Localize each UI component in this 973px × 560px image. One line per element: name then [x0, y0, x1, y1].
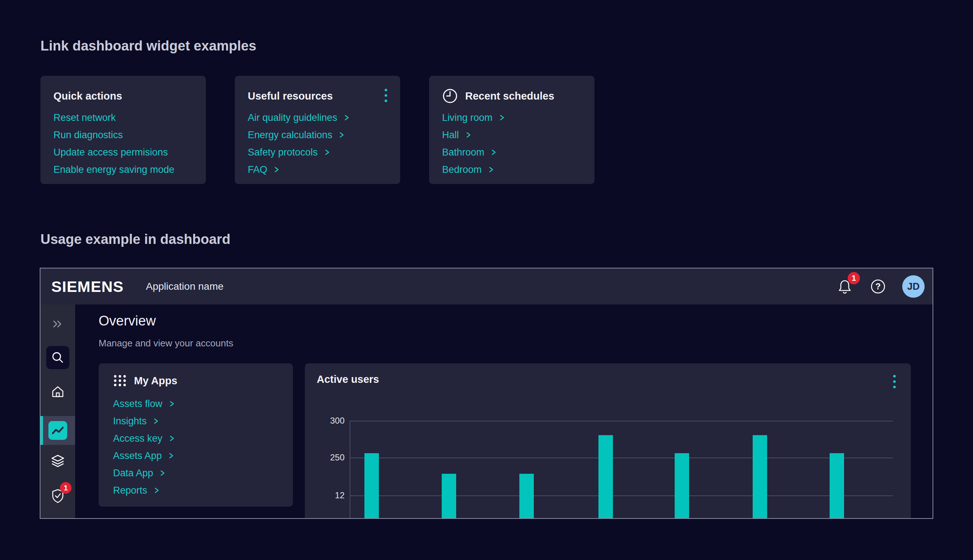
link-chevron-icon [274, 166, 279, 173]
kebab-menu-icon[interactable] [385, 89, 387, 102]
chart-gridline [350, 458, 893, 458]
chart-title: Active users [317, 373, 379, 385]
link-item[interactable]: Hall [442, 126, 582, 143]
y-tick-label: 300 [330, 416, 344, 426]
link-label: Enable energy saving mode [53, 164, 174, 175]
page-heading-widget-examples: Link dashboard widget examples [40, 38, 256, 54]
y-tick-label: 250 [330, 452, 344, 463]
link-item[interactable]: Data App [113, 464, 278, 482]
sidebar-expand-button[interactable] [40, 315, 75, 333]
content-area: Overview Manage and view your accounts M… [75, 305, 933, 518]
link-item[interactable]: Air quality guidelines [248, 109, 387, 126]
overview-title: Overview [99, 313, 155, 329]
link-item[interactable]: Update access permisions [53, 143, 193, 161]
widget-header: My Apps [113, 373, 278, 388]
help-icon: ? [869, 277, 887, 295]
widget-quick-actions: Quick actions Reset networkRun diagnosti… [40, 76, 206, 184]
trend-chart-icon [48, 421, 67, 440]
link-label: Reports [113, 485, 147, 496]
chart-gridline [350, 421, 893, 422]
link-chevron-icon [153, 417, 159, 425]
chart-plot: 30025012 [349, 421, 893, 519]
link-item[interactable]: Energy calculations [248, 126, 387, 143]
link-label: Data App [113, 468, 153, 479]
page-heading-usage-example: Usage example in dashboard [40, 232, 231, 247]
chart-bar [675, 453, 689, 519]
link-item[interactable]: Living room [442, 109, 582, 126]
link-label: Safety protocols [248, 147, 318, 158]
security-badge: 1 [60, 482, 72, 493]
app-header: SIEMENS Application name 1 [40, 268, 933, 305]
link-label: Run diagnostics [53, 130, 123, 141]
home-icon [49, 383, 67, 400]
link-item[interactable]: Assets flow [113, 395, 278, 412]
link-label: Update access permisions [53, 147, 168, 158]
link-item[interactable]: Reports [113, 482, 278, 499]
link-chevron-icon [488, 166, 494, 173]
link-chevron-icon [491, 148, 497, 156]
widget-header: Quick actions [53, 88, 193, 104]
sidebar-item-analytics[interactable] [40, 416, 75, 445]
widget-title: Recent schedules [465, 90, 554, 102]
link-chevron-icon [169, 435, 175, 442]
search-icon [50, 350, 65, 365]
notification-badge: 1 [848, 272, 860, 284]
widget-examples-row: Quick actions Reset networkRun diagnosti… [40, 76, 595, 184]
link-label: Insights [113, 416, 147, 427]
link-item[interactable]: Bedroom [442, 161, 582, 178]
widget-title: Useful resources [248, 90, 333, 102]
link-label: Access key [113, 433, 162, 444]
chart-bar [519, 474, 534, 519]
link-label: Hall [442, 130, 459, 141]
link-label: Living room [442, 112, 493, 123]
y-tick-label: 12 [335, 490, 344, 500]
sidebar-item-security[interactable]: 1 [40, 487, 75, 505]
application-name: Application name [146, 281, 224, 292]
link-label: Energy calculations [248, 130, 332, 141]
sidebar-search-button[interactable] [46, 346, 69, 369]
link-chevron-icon [466, 131, 471, 139]
my-apps-widget: My Apps Assets flowInsightsAccess keyAss… [99, 363, 293, 507]
chart-bar [364, 453, 379, 519]
active-users-widget: Active users 30025012 [305, 363, 911, 519]
app-body: 1 Overview Manage and view your accounts [40, 305, 933, 518]
link-item[interactable]: Insights [113, 412, 278, 430]
link-label: Assets flow [113, 398, 162, 410]
link-chevron-icon [324, 148, 330, 156]
sidebar-item-layers[interactable] [40, 452, 75, 470]
link-chevron-icon [160, 469, 166, 477]
link-item[interactable]: Reset network [53, 109, 193, 126]
dashboard-example: SIEMENS Application name 1 [40, 268, 933, 519]
link-label: Bedroom [442, 164, 482, 175]
widget-link-list: Reset networkRun diagnosticsUpdate acces… [53, 109, 193, 178]
header-actions: 1 ? JD [836, 275, 925, 298]
kebab-menu-icon[interactable] [893, 375, 896, 388]
link-label: Air quality guidelines [248, 112, 337, 123]
widget-link-list: Air quality guidelinesEnergy calculation… [248, 109, 387, 178]
chart-bar [599, 435, 613, 519]
widget-title: Quick actions [53, 90, 122, 102]
sidebar-item-home[interactable] [40, 382, 75, 401]
layers-icon [49, 452, 67, 470]
chart-gridline [350, 495, 893, 496]
apps-grid-icon [113, 374, 127, 388]
link-item[interactable]: FAQ [248, 161, 387, 178]
link-item[interactable]: Bathroom [442, 143, 582, 161]
help-button[interactable]: ? [869, 277, 887, 295]
svg-text:?: ? [876, 282, 881, 291]
link-item[interactable]: Safety protocols [248, 143, 387, 161]
user-avatar[interactable]: JD [902, 275, 925, 298]
link-item[interactable]: Enable energy saving mode [53, 161, 193, 178]
link-label: FAQ [248, 164, 267, 175]
link-chevron-icon [154, 487, 160, 494]
widget-header: Useful resources [248, 88, 387, 104]
link-item[interactable]: Access key [113, 430, 278, 447]
link-item[interactable]: Run diagnostics [53, 126, 193, 143]
notifications-button[interactable]: 1 [836, 277, 854, 295]
widget-useful-resources: Useful resources Air quality guidelinesE… [235, 76, 400, 184]
link-chevron-icon [339, 131, 344, 139]
active-indicator [40, 416, 43, 445]
link-item[interactable]: Assets App [113, 447, 278, 464]
link-chevron-icon [169, 400, 175, 408]
chart-bar [442, 474, 456, 519]
